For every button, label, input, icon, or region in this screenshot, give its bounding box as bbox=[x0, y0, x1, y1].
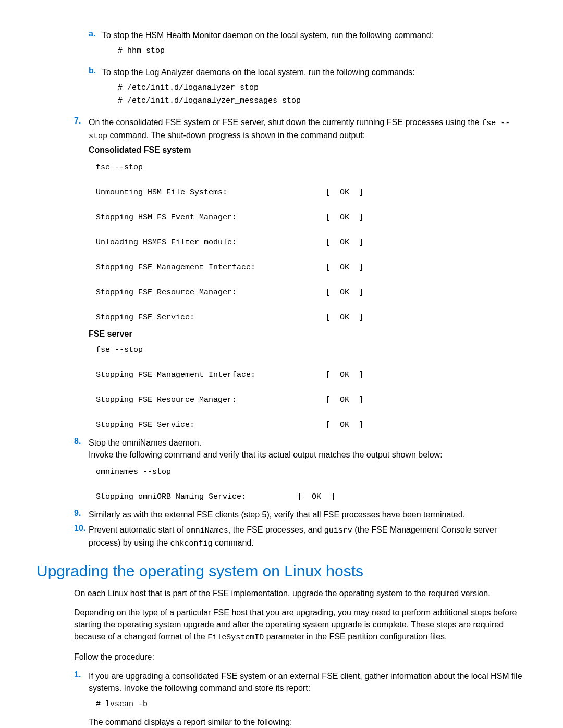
step-text: If you are upgrading a consolidated FSE … bbox=[89, 672, 522, 693]
substep-label: a. bbox=[89, 29, 102, 63]
step-text: Stop the omniNames daemon. bbox=[89, 437, 527, 449]
substep-label: b. bbox=[89, 66, 102, 113]
step-text: On the consolidated FSE system or FSE se… bbox=[89, 118, 482, 127]
output-label: FSE server bbox=[89, 329, 527, 339]
command-code: # /etc/init.d/loganalyzer stop # /etc/in… bbox=[118, 81, 527, 108]
paragraph: Follow the procedure: bbox=[74, 651, 527, 663]
step-10: 10. Prevent automatic start of omniNames… bbox=[36, 524, 527, 550]
step-number: 10. bbox=[74, 524, 89, 550]
console-output: omninames --stop Stopping omniORB Naming… bbox=[96, 466, 527, 503]
section-heading: Upgrading the operating system on Linux … bbox=[36, 562, 527, 580]
inline-code: chkconfig bbox=[170, 539, 213, 548]
step-text: Similarly as with the external FSE clien… bbox=[89, 510, 465, 519]
step-text: Prevent automatic start of bbox=[89, 525, 186, 534]
substep-text: To stop the HSM Health Monitor daemon on… bbox=[102, 31, 433, 40]
step-text: command. The shut-down progress is shown… bbox=[107, 131, 365, 140]
step-text: , the FSE processes, and bbox=[228, 525, 324, 534]
inline-code: guisrv bbox=[324, 526, 352, 535]
step-text: command. bbox=[213, 538, 254, 547]
step-text: The command displays a report similar to… bbox=[89, 716, 527, 728]
command-code: # lvscan -b bbox=[96, 698, 527, 711]
paragraph: Depending on the type of a particular FS… bbox=[74, 607, 527, 644]
step-number: 7. bbox=[74, 116, 89, 156]
command-code: # hhm stop bbox=[118, 44, 527, 58]
step-1: 1. If you are upgrading a consolidated F… bbox=[36, 670, 527, 728]
inline-code: omniNames bbox=[186, 526, 228, 535]
step-9: 9. Similarly as with the external FSE cl… bbox=[36, 509, 527, 521]
step-number: 1. bbox=[74, 670, 89, 728]
substep-a: a. To stop the HSM Health Monitor daemon… bbox=[89, 29, 527, 63]
page-content: a. To stop the HSM Health Monitor daemon… bbox=[0, 0, 563, 728]
paragraph: On each Linux host that is part of the F… bbox=[74, 587, 527, 599]
substep-text: To stop the Log Analyzer daemons on the … bbox=[102, 68, 414, 77]
step-text: Invoke the following command and verify … bbox=[89, 449, 527, 461]
para-text: parameter in the FSE partition configura… bbox=[264, 632, 447, 641]
inline-code: FileSystemID bbox=[207, 633, 264, 642]
substep-b: b. To stop the Log Analyzer daemons on t… bbox=[89, 66, 527, 113]
console-output: fse --stop Stopping FSE Management Inter… bbox=[96, 344, 527, 431]
step-number: 9. bbox=[74, 509, 89, 521]
console-output: fse --stop Unmounting HSM File Systems: … bbox=[96, 162, 527, 324]
output-label: Consolidated FSE system bbox=[89, 144, 527, 156]
step-7: 7. On the consolidated FSE system or FSE… bbox=[36, 116, 527, 156]
step-number: 8. bbox=[74, 437, 89, 461]
step-8: 8. Stop the omniNames daemon. Invoke the… bbox=[36, 437, 527, 461]
